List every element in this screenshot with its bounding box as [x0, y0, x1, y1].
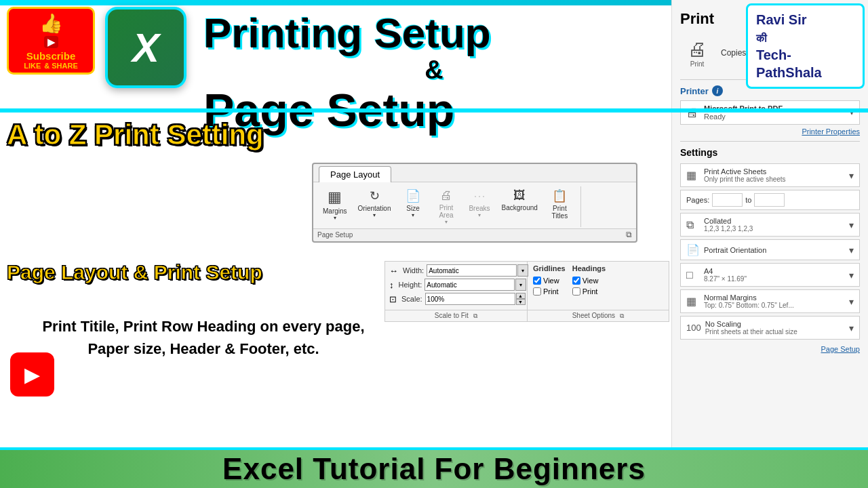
size-btn[interactable]: 📄 Size ▾ — [398, 186, 429, 220]
scale-input[interactable] — [425, 293, 515, 305]
headings-print-label: Print — [583, 287, 598, 296]
headings-print-checkbox[interactable] — [572, 287, 580, 296]
ribbon-body: ▦ Margins ▾ ↻ Orientation ▾ 📄 Size ▾ 🖨 P… — [313, 182, 636, 228]
settings-text-3: Portrait Orientation — [704, 246, 845, 254]
background-btn[interactable]: 🖼 Background — [498, 186, 542, 214]
print-titles-label: Print Titles — [552, 205, 568, 220]
settings-item-5[interactable]: ▦ Normal Margins Top: 0.75" Bottom: 0.75… — [680, 289, 860, 313]
pages-from-input[interactable] — [712, 193, 743, 207]
settings-arrow-6: ▾ — [849, 323, 854, 333]
divider-2 — [680, 141, 860, 142]
page-setup-expand-icon[interactable]: ⧉ — [626, 230, 632, 239]
print-icon-box: 🖨 Print — [680, 36, 714, 70]
like-label: LIKE — [24, 62, 41, 70]
headings-col: Headings View Print — [572, 264, 606, 296]
top-bar — [0, 0, 671, 5]
print-area-label: Print Area — [439, 204, 453, 219]
settings-sub-0: Only print the active sheets — [704, 176, 845, 183]
settings-icon-3: 📄 — [686, 243, 700, 256]
width-row: ↔ Width: ▾ — [389, 264, 523, 277]
share-label: & SHARE — [44, 62, 78, 70]
copies-label: Copies: — [721, 48, 749, 58]
width-dropdown-btn[interactable]: ▾ — [517, 264, 528, 277]
settings-text-4: A4 8.27" × 11.69" — [704, 267, 845, 283]
height-input[interactable] — [425, 279, 515, 291]
sheet-options-icon[interactable]: ⧉ — [620, 312, 624, 319]
size-label: Size — [406, 205, 419, 212]
main-title-area: Printing Setup & Page Setup — [203, 10, 665, 136]
print-area-arrow: ▾ — [445, 219, 448, 225]
bottom-labels: Scale to Fit ⧉ Sheet Options ⧉ — [385, 310, 669, 321]
height-dropdown-btn[interactable]: ▾ — [515, 279, 526, 291]
group-divider — [580, 186, 581, 227]
settings-item-2[interactable]: ⧉ Collated 1,2,3 1,2,3 1,2,3 ▾ — [680, 213, 860, 237]
margins-icon: ▦ — [328, 188, 342, 206]
description-line2: Paper size, Header & Footer, etc. — [14, 338, 393, 360]
settings-icon-4: □ — [686, 269, 700, 281]
bottom-banner-text: Excel Tutorial For Beginners — [222, 452, 646, 486]
settings-item-6[interactable]: 100 No Scaling Print sheets at their act… — [680, 316, 860, 340]
gridlines-view-checkbox[interactable] — [533, 277, 541, 285]
settings-item-3[interactable]: 📄 Portrait Orientation ▾ — [680, 239, 860, 260]
scale-section: ↔ Width: ▾ ↕ Height: ▾ ⊡ — [385, 262, 528, 310]
width-input[interactable] — [427, 264, 517, 277]
subscribe-badge[interactable]: 👍 ▶ Subscribe LIKE & SHARE — [7, 7, 95, 75]
height-label: Height: — [399, 281, 422, 289]
headings-view-checkbox[interactable] — [572, 277, 580, 285]
youtube-button[interactable]: ▶ — [10, 352, 54, 396]
ribbon-tab-page-layout[interactable]: Page Layout — [319, 166, 391, 182]
page-setup-group-label: Page Setup — [317, 231, 353, 239]
scale-to-fit-icon[interactable]: ⧉ — [473, 312, 477, 319]
settings-text-5: Normal Margins Top: 0.75" Bottom: 0.75" … — [704, 293, 845, 309]
ampersand: & — [203, 56, 665, 85]
breaks-btn[interactable]: ⋯ Breaks ▾ — [465, 186, 495, 220]
sheet-options-container: ↔ Width: ▾ ↕ Height: ▾ ⊡ — [384, 261, 669, 322]
settings-main-0: Print Active Sheets — [704, 167, 845, 176]
settings-main-4: A4 — [704, 267, 845, 275]
scale-up-btn[interactable]: ▲ — [516, 293, 526, 299]
margins-btn[interactable]: ▦ Margins ▾ — [319, 186, 351, 223]
pages-to-label: to — [745, 196, 751, 204]
settings-icon-0: ▦ — [686, 169, 700, 182]
headings-view-row: View — [572, 277, 606, 285]
like-share: LIKE & SHARE — [24, 62, 78, 70]
printer-info: Microsoft Print to PDF Ready — [704, 104, 844, 121]
description: Print Titile, Print Row Heading on every… — [14, 315, 393, 360]
orientation-arrow: ▾ — [373, 212, 376, 218]
breaks-label: Breaks — [469, 205, 490, 212]
margins-label: Margins — [323, 207, 347, 215]
sheet-options-label: Sheet Options ⧉ — [528, 310, 669, 321]
excel-logo: X — [105, 7, 186, 88]
print-label: Print — [690, 60, 705, 68]
a-to-z-text: A to Z Print Setting — [7, 119, 264, 151]
settings-item-4[interactable]: □ A4 8.27" × 11.69" ▾ — [680, 263, 860, 287]
orientation-btn[interactable]: ↻ Orientation ▾ — [354, 186, 395, 220]
margins-arrow: ▾ — [334, 215, 336, 221]
height-row: ↕ Height: ▾ — [389, 279, 523, 291]
settings-item-0[interactable]: ▦ Print Active Sheets Only print the act… — [680, 163, 860, 187]
settings-title: Settings — [680, 147, 860, 158]
thumb-icon: 👍 — [39, 12, 63, 35]
scale-down-btn[interactable]: ▼ — [516, 299, 526, 305]
settings-sub-2: 1,2,3 1,2,3 1,2,3 — [704, 225, 845, 232]
print-titles-btn[interactable]: 📋 Print Titles — [545, 186, 575, 222]
print-area-icon: 🖨 — [440, 188, 452, 203]
scale-to-fit-label: Scale to Fit ⧉ — [385, 310, 528, 321]
settings-icon-6: 100 — [686, 323, 701, 333]
pages-to-input[interactable] — [754, 193, 785, 207]
gridlines-print-checkbox[interactable] — [533, 287, 541, 296]
ribbon-container: Page Layout ▦ Margins ▾ ↻ Orientation ▾ … — [312, 163, 637, 243]
page-setup-link[interactable]: Page Setup — [680, 345, 860, 353]
settings-main-6: No Scaling — [705, 320, 845, 328]
sheet-opt-cols: Gridlines View Print Headings — [533, 264, 654, 296]
printer-properties-link[interactable]: Printer Properties — [680, 127, 860, 136]
print-area-btn[interactable]: 🖨 Print Area ▾ — [431, 186, 462, 227]
settings-arrow-2: ▾ — [849, 220, 854, 230]
cyan-divider — [0, 108, 868, 113]
info-icon[interactable]: i — [712, 85, 723, 96]
printer-status: Ready — [704, 113, 844, 121]
ravi-ki: की — [756, 33, 767, 44]
breaks-icon: ⋯ — [473, 188, 486, 203]
breaks-arrow: ▾ — [478, 212, 481, 218]
settings-arrow-4: ▾ — [849, 270, 854, 281]
